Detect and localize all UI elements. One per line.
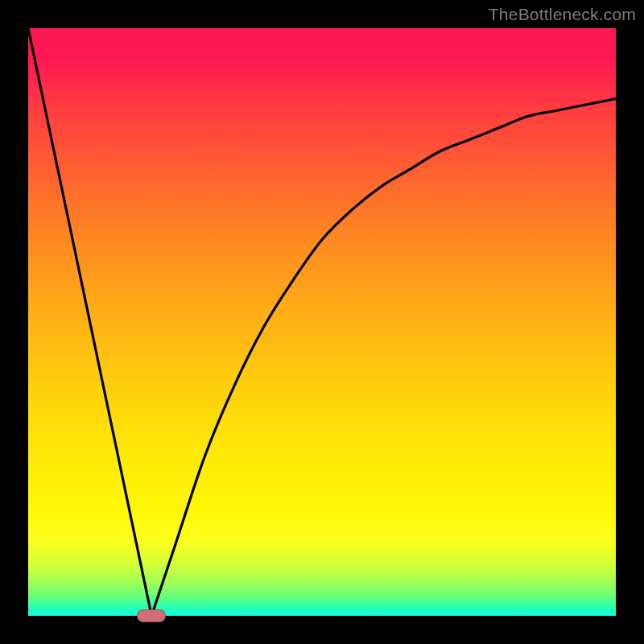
optimal-point-marker — [137, 609, 166, 622]
watermark-text: TheBottleneck.com — [489, 5, 636, 24]
curve-path — [28, 28, 616, 616]
plot-area — [28, 28, 616, 616]
chart-frame: TheBottleneck.com — [0, 0, 644, 644]
bottleneck-curve — [28, 28, 616, 616]
